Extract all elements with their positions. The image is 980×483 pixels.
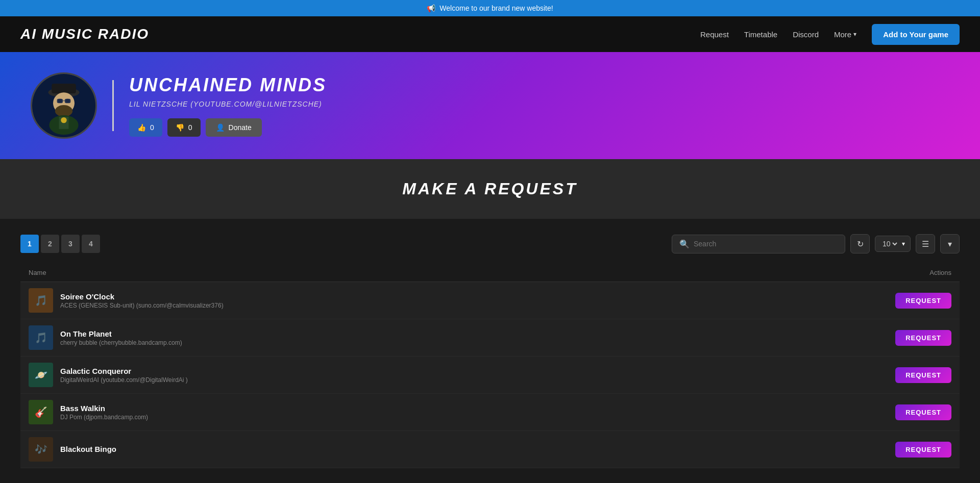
hero-banner: UNCHAINED MINDS LIL NIETZSCHE (YOUTUBE.C… (0, 52, 980, 159)
song-name-cell: 🎶 Blackout Bingo (20, 431, 720, 468)
song-name-cell: 🎵 On The Planet cherry bubble (cherrybub… (20, 319, 720, 357)
song-actions-cell: REQUEST (720, 319, 960, 357)
page-button-4[interactable]: 4 (82, 235, 100, 253)
song-actions-cell: REQUEST (720, 282, 960, 319)
song-actions-cell: REQUEST (720, 394, 960, 431)
song-thumbnail: 🎵 (29, 325, 53, 350)
request-button[interactable]: REQUEST (895, 442, 951, 457)
filter-button[interactable]: ☰ (916, 234, 935, 253)
filter-icon: ☰ (922, 239, 929, 249)
donate-icon: 👤 (216, 123, 225, 132)
downvote-button[interactable]: 👎 0 (167, 118, 201, 137)
page-button-3[interactable]: 3 (61, 235, 80, 253)
nav-link-timetable[interactable]: Timetable (744, 30, 777, 39)
song-actions-cell: REQUEST (720, 357, 960, 394)
chevron-down-icon: ▾ (853, 31, 856, 38)
song-name: Soiree O'Clock (60, 292, 224, 301)
svg-rect-2 (52, 84, 76, 93)
col-actions: Actions (720, 264, 960, 282)
avatar (31, 72, 97, 139)
song-artist: cherry bubble (cherrybubble.bandcamp.com… (60, 339, 182, 346)
hero-divider (112, 80, 114, 131)
request-title: MAKE A REQUEST (20, 180, 960, 198)
refresh-button[interactable]: ↻ (850, 234, 870, 253)
per-page-select[interactable]: 10 25 50 (880, 239, 899, 248)
song-text-info: Bass Walkin DJ Pom (djpom.bandcamp.com) (60, 404, 148, 421)
request-button[interactable]: REQUEST (895, 293, 951, 309)
table-row: 🎵 On The Planet cherry bubble (cherrybub… (20, 319, 960, 357)
song-name-cell: 🎸 Bass Walkin DJ Pom (djpom.bandcamp.com… (20, 394, 720, 431)
song-text-info: Soiree O'Clock ACES (GENESIS Sub-unit) (… (60, 292, 224, 309)
nav-more-label: More (834, 30, 851, 39)
svg-rect-8 (65, 99, 70, 104)
song-list-section: 1 2 3 4 🔍 ↻ 10 25 50 ▾ ☰ (0, 219, 980, 483)
song-name: On The Planet (60, 329, 182, 338)
song-thumbnail: 🎶 (29, 437, 53, 462)
song-thumbnail: 🪐 (29, 363, 53, 387)
nav-more-dropdown[interactable]: More ▾ (834, 30, 856, 39)
thumbs-down-icon: 👎 (176, 123, 184, 132)
song-artist: DJ Pom (djpom.bandcamp.com) (60, 414, 148, 421)
song-name: Galactic Conqueror (60, 367, 188, 375)
hero-info: UNCHAINED MINDS LIL NIETZSCHE (YOUTUBE.C… (129, 74, 327, 137)
hero-actions: 👍 0 👎 0 👤 Donate (129, 118, 327, 137)
navbar: AI MUSIC RADIO Request Timetable Discord… (0, 16, 980, 52)
song-artist: ACES (GENESIS Sub-unit) (suno.com/@calmv… (60, 302, 224, 309)
nav-link-request[interactable]: Request (700, 30, 729, 39)
nav-link-discord[interactable]: Discord (793, 30, 819, 39)
hero-title: UNCHAINED MINDS (129, 74, 327, 96)
song-text-info: Galactic Conqueror DigitalWeirdAI (youtu… (60, 367, 188, 384)
song-thumbnail: 🎸 (29, 400, 53, 424)
page-button-1[interactable]: 1 (20, 235, 39, 253)
song-name-cell: 🪐 Galactic Conqueror DigitalWeirdAI (you… (20, 357, 720, 394)
site-logo: AI MUSIC RADIO (20, 26, 149, 42)
song-thumbnail: 🎵 (29, 288, 53, 313)
nav-links: Request Timetable Discord More ▾ Add to … (700, 24, 960, 45)
svg-rect-7 (57, 99, 63, 104)
song-text-info: Blackout Bingo (60, 445, 116, 454)
svg-point-4 (55, 105, 72, 117)
refresh-icon: ↻ (857, 239, 864, 249)
announcement-bar: 📢 Welcome to our brand new website! (0, 0, 980, 16)
col-name: Name (20, 264, 720, 282)
downvote-count: 0 (188, 123, 192, 132)
chevron-down-icon: ▾ (902, 240, 905, 247)
upvote-count: 0 (150, 123, 154, 132)
song-name: Bass Walkin (60, 404, 148, 413)
song-actions-cell: REQUEST (720, 431, 960, 468)
page-button-2[interactable]: 2 (41, 235, 59, 253)
request-button[interactable]: REQUEST (895, 367, 951, 383)
add-to-game-button[interactable]: Add to Your game (872, 24, 960, 45)
search-container: 🔍 (672, 235, 845, 253)
search-input[interactable] (694, 240, 838, 248)
song-artist: DigitalWeirdAI (youtube.com/@DigitalWeir… (60, 376, 188, 384)
table-row: 🎶 Blackout Bingo REQUEST (20, 431, 960, 468)
donate-label: Donate (229, 123, 252, 132)
per-page-select-container[interactable]: 10 25 50 ▾ (875, 236, 911, 252)
donate-button[interactable]: 👤 Donate (206, 118, 262, 137)
song-table: Name Actions 🎵 Soiree O'Clock ACES (GENE… (20, 264, 960, 468)
controls-row: 1 2 3 4 🔍 ↻ 10 25 50 ▾ ☰ (20, 234, 960, 253)
announcement-text: Welcome to our brand new website! (439, 4, 553, 12)
svg-point-12 (61, 117, 66, 123)
song-name: Blackout Bingo (60, 445, 116, 453)
search-icon: 🔍 (679, 239, 690, 249)
thumbs-up-icon: 👍 (137, 123, 146, 132)
filter-options-button[interactable]: ▾ (940, 234, 960, 253)
options-icon: ▾ (948, 239, 952, 249)
right-controls: 🔍 ↻ 10 25 50 ▾ ☰ ▾ (672, 234, 960, 253)
upvote-button[interactable]: 👍 0 (129, 118, 162, 137)
song-name-cell: 🎵 Soiree O'Clock ACES (GENESIS Sub-unit)… (20, 282, 720, 319)
pagination: 1 2 3 4 (20, 235, 100, 253)
hero-subtitle: LIL NIETZSCHE (YOUTUBE.COM/@LILNIETZSCHE… (129, 100, 327, 108)
table-row: 🪐 Galactic Conqueror DigitalWeirdAI (you… (20, 357, 960, 394)
table-row: 🎸 Bass Walkin DJ Pom (djpom.bandcamp.com… (20, 394, 960, 431)
request-button[interactable]: REQUEST (895, 404, 951, 420)
request-button[interactable]: REQUEST (895, 330, 951, 346)
request-section: MAKE A REQUEST (0, 159, 980, 219)
song-text-info: On The Planet cherry bubble (cherrybubbl… (60, 329, 182, 346)
announcement-icon: 📢 (427, 4, 435, 12)
table-row: 🎵 Soiree O'Clock ACES (GENESIS Sub-unit)… (20, 282, 960, 319)
